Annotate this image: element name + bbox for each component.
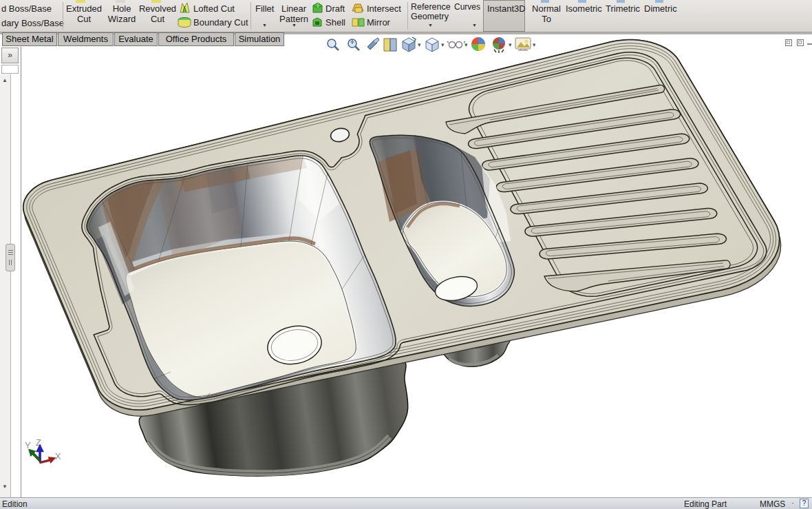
svg-text:▾: ▾ [464,41,468,48]
svg-text:▾: ▾ [418,41,421,48]
svg-text:▾: ▾ [441,41,445,48]
svg-text:▾: ▾ [509,41,512,48]
svg-text:Y: Y [25,440,31,450]
svg-text:X: X [55,451,61,461]
svg-text:▾: ▾ [533,41,535,48]
